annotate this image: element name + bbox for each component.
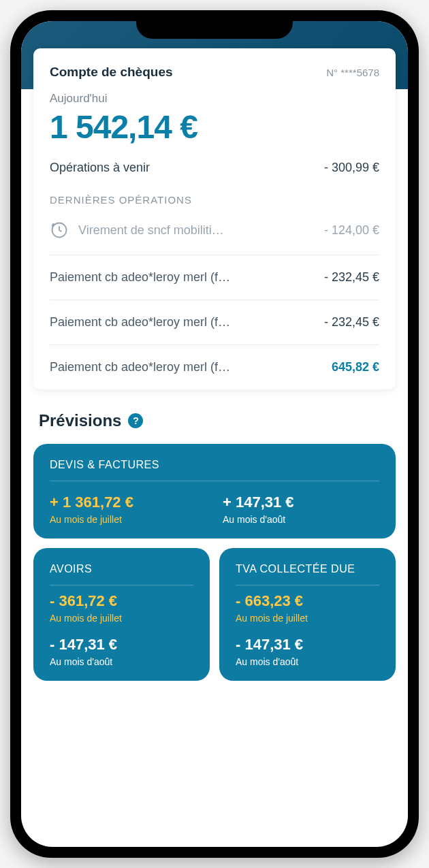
metric-period: Au mois de juillet: [50, 514, 206, 525]
account-number: N° ****5678: [326, 67, 379, 78]
operation-label: Paiement cb adeo*leroy merl (f…: [50, 360, 230, 374]
account-card[interactable]: Compte de chèques N° ****5678 Aujourd'hu…: [33, 48, 396, 389]
operation-row[interactable]: Paiement cb adeo*leroy merl (f… 645,82 €: [50, 344, 379, 389]
operation-row[interactable]: Paiement cb adeo*leroy merl (f… - 232,45…: [50, 300, 379, 344]
operation-label: Paiement cb adeo*leroy merl (f…: [50, 315, 230, 329]
metric-period: Au mois d'août: [236, 656, 379, 667]
metric-period: Au mois de juillet: [236, 613, 379, 624]
account-title: Compte de chèques: [50, 65, 173, 80]
operation-amount: - 124,00 €: [324, 223, 379, 238]
operation-label: Virement de sncf mobiliti…: [78, 223, 224, 238]
metric-value: - 147,31 €: [236, 636, 379, 654]
metric-value: + 1 361,72 €: [50, 494, 206, 511]
tile-title: DEVIS & FACTURES: [50, 459, 379, 481]
screen-content: Compte de chèques N° ****5678 Aujourd'hu…: [21, 21, 408, 690]
tile-devis-factures[interactable]: DEVIS & FACTURES + 1 361,72 € Au mois de…: [33, 444, 396, 539]
metric-value: - 663,23 €: [236, 592, 379, 610]
metric-value: - 361,72 €: [50, 592, 193, 610]
operation-amount: 645,82 €: [332, 360, 379, 374]
pending-row[interactable]: Opérations à venir - 300,99 €: [50, 161, 379, 175]
phone-frame: Compte de chèques N° ****5678 Aujourd'hu…: [10, 10, 419, 858]
today-label: Aujourd'hui: [50, 92, 379, 106]
forecasts-header: Prévisions ?: [39, 411, 390, 430]
pending-clock-icon: [50, 221, 69, 240]
operations-section-label: DERNIÈRES OPÉRATIONS: [50, 194, 379, 206]
phone-notch: [136, 10, 293, 39]
tile-tva[interactable]: TVA COLLECTÉE DUE - 663,23 € Au mois de …: [219, 548, 396, 681]
operation-amount: - 232,45 €: [324, 270, 379, 285]
pending-amount: - 300,99 €: [324, 161, 379, 175]
account-balance: 1 542,14 €: [50, 108, 379, 146]
tile-title: AVOIRS: [50, 563, 193, 585]
account-header: Compte de chèques N° ****5678: [50, 65, 379, 80]
help-icon[interactable]: ?: [128, 413, 143, 428]
metric-value: + 147,31 €: [223, 494, 379, 511]
pending-label: Opérations à venir: [50, 161, 150, 175]
metric-period: Au mois de juillet: [50, 613, 193, 624]
metric-period: Au mois d'août: [50, 656, 193, 667]
metric-value: - 147,31 €: [50, 636, 193, 654]
operation-row[interactable]: Paiement cb adeo*leroy merl (f… - 232,45…: [50, 255, 379, 300]
tile-title: TVA COLLECTÉE DUE: [236, 563, 379, 585]
operation-label: Paiement cb adeo*leroy merl (f…: [50, 270, 230, 285]
metric-period: Au mois d'août: [223, 514, 379, 525]
screen: Compte de chèques N° ****5678 Aujourd'hu…: [21, 21, 408, 847]
tile-avoirs[interactable]: AVOIRS - 361,72 € Au mois de juillet - 1…: [33, 548, 210, 681]
forecasts-title: Prévisions: [39, 411, 121, 430]
operation-row[interactable]: Virement de sncf mobiliti… - 124,00 €: [50, 215, 379, 255]
operation-amount: - 232,45 €: [324, 315, 379, 329]
